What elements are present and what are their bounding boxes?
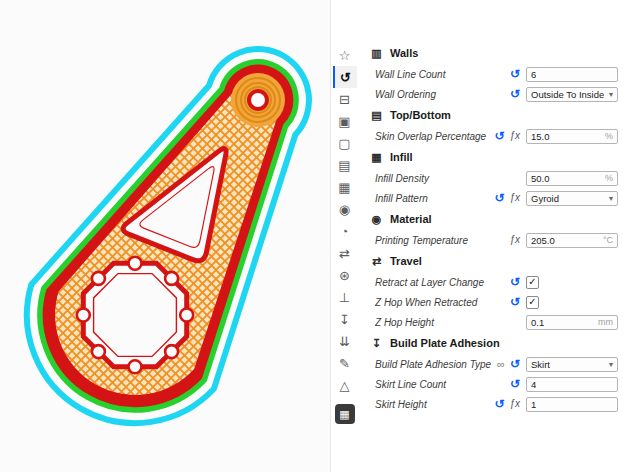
setting-label: Infill Pattern bbox=[375, 193, 494, 204]
unit-label: % bbox=[602, 131, 613, 141]
unit-label: % bbox=[602, 173, 613, 183]
setting-row-skin-overlap-percentage: Skin Overlap Percentage↺ƒx15.0% bbox=[358, 126, 628, 146]
speed-icon[interactable]: ◔ bbox=[333, 220, 357, 242]
tool-strip: ☆↺⊟▣▢▤▦◉◔⇄⊛⊥↧⇊✎△▦ bbox=[330, 0, 358, 472]
setting-label: Printing Temperature bbox=[375, 235, 509, 246]
formula-fx-icon[interactable]: ƒx bbox=[509, 399, 520, 409]
setting-label: Build Plate Adhesion Type bbox=[375, 359, 497, 370]
revert-arrow-icon[interactable]: ↺ bbox=[510, 296, 520, 308]
walls-icon: ▥ bbox=[370, 47, 383, 60]
cooling-icon[interactable]: ⊛ bbox=[333, 264, 357, 286]
section-header-build-plate-adhesion[interactable]: ↧Build Plate Adhesion bbox=[358, 332, 628, 354]
setting-label: Retract at Layer Change bbox=[375, 277, 510, 288]
top-skin-area bbox=[231, 73, 285, 127]
value-text: 15.0 bbox=[531, 131, 550, 142]
checkbox-z-hop-when-retracted[interactable]: ✓ bbox=[526, 296, 539, 309]
walls-category-icon[interactable]: ▢ bbox=[333, 132, 357, 154]
setting-label: Wall Ordering bbox=[375, 89, 510, 100]
section-title: Walls bbox=[390, 47, 418, 59]
support-icon[interactable]: ⊥ bbox=[333, 286, 357, 308]
setting-label: Wall Line Count bbox=[375, 69, 510, 80]
setting-row-z-hop-height: Z Hop Height0.1mm bbox=[358, 312, 628, 332]
top-bottom-category-icon[interactable]: ▤ bbox=[333, 154, 357, 176]
section-header-top-bottom[interactable]: ▤Top/Bottom bbox=[358, 104, 628, 126]
infill-category-icon[interactable]: ▦ bbox=[333, 176, 357, 198]
build-plate-adhesion-icon: ↧ bbox=[370, 337, 383, 350]
section-title: Top/Bottom bbox=[390, 109, 451, 121]
revert-arrow-icon[interactable]: ↺ bbox=[510, 358, 520, 370]
formula-fx-icon[interactable]: ƒx bbox=[509, 235, 520, 245]
print-settings-panel: ▥WallsWall Line Count↺6Wall Ordering↺Out… bbox=[358, 0, 628, 472]
section-header-material[interactable]: ◉Material bbox=[358, 208, 628, 230]
link-icon[interactable]: ∞ bbox=[497, 359, 505, 370]
top-bottom-icon: ▤ bbox=[370, 109, 383, 122]
dropdown-wall-ordering[interactable]: Outside To Inside▾ bbox=[526, 87, 618, 102]
revert-arrow-icon[interactable]: ↺ bbox=[494, 398, 504, 410]
travel-category-icon[interactable]: ⇄ bbox=[333, 242, 357, 264]
selected-option: Outside To Inside bbox=[531, 89, 604, 100]
3d-viewport[interactable] bbox=[0, 0, 330, 472]
setting-row-wall-ordering: Wall Ordering↺Outside To Inside▾ bbox=[358, 84, 628, 104]
value-text: 205.0 bbox=[531, 235, 555, 246]
value-field-wall-line-count[interactable]: 6 bbox=[526, 67, 618, 82]
value-text: 4 bbox=[531, 379, 536, 390]
octagon-hole bbox=[77, 257, 193, 373]
value-text: 0.1 bbox=[531, 317, 544, 328]
section-header-travel[interactable]: ⇄Travel bbox=[358, 250, 628, 272]
revert-arrow-icon[interactable]: ↺ bbox=[494, 192, 504, 204]
value-field-printing-temperature[interactable]: 205.0°C bbox=[526, 233, 618, 248]
section-title: Build Plate Adhesion bbox=[390, 337, 500, 349]
section-title: Travel bbox=[390, 255, 422, 267]
revert-arrow-icon[interactable]: ↺ bbox=[510, 378, 520, 390]
section-header-infill[interactable]: ▦Infill bbox=[358, 146, 628, 168]
material-category-icon[interactable]: ◉ bbox=[333, 198, 357, 220]
setting-label: Infill Density bbox=[375, 173, 518, 184]
value-field-skin-overlap-percentage[interactable]: 15.0% bbox=[526, 129, 618, 144]
revert-arrow-icon[interactable]: ↺ bbox=[510, 88, 520, 100]
view-toggle-icon[interactable]: ▦ bbox=[335, 404, 355, 424]
setting-label: Z Hop Height bbox=[375, 317, 518, 328]
setting-row-skirt-line-count: Skirt Line Count↺4 bbox=[358, 374, 628, 394]
revert-arrow-icon[interactable]: ↺ bbox=[510, 68, 520, 80]
unit-label: °C bbox=[600, 235, 613, 245]
dropdown-build-plate-adhesion-type[interactable]: Skirt▾ bbox=[526, 357, 618, 372]
value-field-infill-density[interactable]: 50.0% bbox=[526, 171, 618, 186]
machine-icon[interactable]: ⊟ bbox=[333, 88, 357, 110]
chevron-down-icon: ▾ bbox=[609, 90, 613, 99]
value-field-skirt-height[interactable]: 1 bbox=[526, 397, 618, 412]
setting-row-printing-temperature: Printing Temperatureƒx205.0°C bbox=[358, 230, 628, 250]
favorites-star-icon[interactable]: ☆ bbox=[333, 44, 357, 66]
chevron-down-icon: ▾ bbox=[609, 194, 613, 203]
sliced-model-preview[interactable] bbox=[0, 0, 330, 472]
revert-arrow-icon[interactable]: ↺ bbox=[494, 130, 504, 142]
revert-arrow-icon[interactable]: ↺ bbox=[510, 276, 520, 288]
travel-icon: ⇄ bbox=[370, 255, 383, 268]
selected-option: Skirt bbox=[531, 359, 550, 370]
formula-fx-icon[interactable]: ƒx bbox=[509, 131, 520, 141]
formula-fx-icon[interactable]: ƒx bbox=[509, 193, 520, 203]
adhesion-category-icon[interactable]: ↧ bbox=[333, 308, 357, 330]
chevron-down-icon: ▾ bbox=[609, 360, 613, 369]
section-header-walls[interactable]: ▥Walls bbox=[358, 42, 628, 64]
setting-row-infill-density: Infill Density50.0% bbox=[358, 168, 628, 188]
settings-rows: ▥WallsWall Line Count↺6Wall Ordering↺Out… bbox=[358, 42, 628, 414]
setting-row-build-plate-adhesion-type: Build Plate Adhesion Type∞↺Skirt▾ bbox=[358, 354, 628, 374]
setting-label: Skin Overlap Percentage bbox=[375, 131, 494, 142]
undo-icon[interactable]: ↺ bbox=[333, 66, 357, 88]
selected-option: Gyroid bbox=[531, 193, 559, 204]
material-icon: ◉ bbox=[370, 213, 383, 226]
quality-icon[interactable]: ▣ bbox=[333, 110, 357, 132]
experimental-icon[interactable]: △ bbox=[333, 374, 357, 396]
setting-row-z-hop-when-retracted: Z Hop When Retracted↺✓ bbox=[358, 292, 628, 312]
checkbox-retract-at-layer-change[interactable]: ✓ bbox=[526, 276, 539, 289]
mesh-fixes-icon[interactable]: ✎ bbox=[333, 352, 357, 374]
dual-extrusion-icon[interactable]: ⇊ bbox=[333, 330, 357, 352]
value-field-z-hop-height[interactable]: 0.1mm bbox=[526, 315, 618, 330]
setting-label: Z Hop When Retracted bbox=[375, 297, 510, 308]
value-text: 6 bbox=[531, 69, 536, 80]
value-text: 50.0 bbox=[531, 173, 550, 184]
setting-row-skirt-height: Skirt Height↺ƒx1 bbox=[358, 394, 628, 414]
dropdown-infill-pattern[interactable]: Gyroid▾ bbox=[526, 191, 618, 206]
section-title: Material bbox=[390, 213, 432, 225]
value-field-skirt-line-count[interactable]: 4 bbox=[526, 377, 618, 392]
